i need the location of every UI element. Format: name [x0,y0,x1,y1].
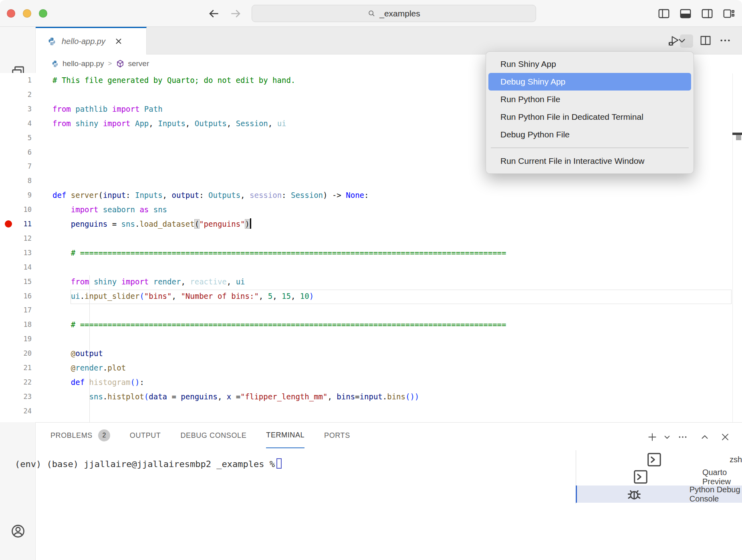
panel-tab-ports[interactable]: PORTS [324,423,350,448]
new-terminal-button[interactable] [647,432,657,442]
line-number[interactable]: 3 [0,102,32,116]
panel-tab-output[interactable]: OUTPUT [130,423,161,448]
search-text: _examples [379,9,420,18]
line-number[interactable]: 19 [0,332,32,346]
forward-arrow-icon[interactable] [229,7,242,20]
terminal-item-label: Python Debug Console [690,485,742,504]
terminal-item-zsh[interactable]: zsh [576,451,742,468]
code-line-20[interactable]: 20 @output [0,346,742,361]
code-line-24[interactable]: 24 [0,404,742,418]
vscode-window: _examples 21 hello-app.py hello-app.py >… [0,0,742,560]
more-actions-icon [677,432,688,442]
search-icon [367,9,376,18]
split-editor-button[interactable] [699,34,712,47]
panel-tab-terminal[interactable]: TERMINAL [266,423,304,448]
close-panel-icon [720,432,730,442]
code-line-8[interactable]: 8 [0,173,742,188]
run-options-dropdown-menu: Run Shiny AppDebug Shiny AppRun Python F… [486,51,694,174]
line-number[interactable]: 24 [0,404,32,418]
line-number[interactable]: 1 [0,73,32,87]
line-number[interactable]: 18 [0,317,32,332]
line-number[interactable]: 14 [0,260,32,274]
account-icon [10,523,26,539]
toggle-bottom-panel-icon[interactable] [679,7,692,20]
menu-item-debug-shiny-app[interactable]: Debug Shiny App [488,73,691,91]
code-line-14[interactable]: 14 [0,260,742,274]
menu-item-run-python-file-in-dedicated-terminal[interactable]: Run Python File in Dedicated Terminal [488,108,691,126]
code-line-15[interactable]: 15 from shiny import render, reactive, u… [0,274,742,289]
more-actions-button[interactable] [719,34,732,47]
new-terminal-icon [647,432,657,442]
run-dropdown-chevron-button[interactable] [675,34,688,47]
line-number[interactable]: 16 [0,289,32,303]
terminal-item-python-debug-console[interactable]: Python Debug Console [576,485,742,503]
breadcrumb-file[interactable]: hello-app.py [63,59,104,68]
code-line-12[interactable]: 12 [0,231,742,246]
line-text: sns.histplot(data = penguins, x ="flippe… [52,389,419,404]
command-center-search[interactable]: _examples [252,5,536,22]
menu-item-run-python-file[interactable]: Run Python File [488,91,691,108]
panel-tab-label: DEBUG CONSOLE [180,431,246,440]
code-line-11[interactable]: 11 penguins = sns.load_dataset("penguins… [0,217,742,231]
panel-tab-debug-console[interactable]: DEBUG CONSOLE [180,423,246,448]
line-number[interactable]: 17 [0,303,32,317]
terminal-item-quarto-preview[interactable]: Quarto Preview [576,468,742,485]
line-number[interactable]: 15 [0,274,32,289]
breadcrumb-symbol[interactable]: server [128,59,149,68]
close-tab-icon[interactable] [114,36,123,46]
terminal-prompt[interactable]: (env) (base) jjallaire@jjallairesmbp2 _e… [15,458,282,469]
line-number[interactable]: 23 [0,389,32,404]
code-line-10[interactable]: 10 import seaborn as sns [0,202,742,217]
close-button[interactable] [7,9,15,18]
bug-icon [584,485,685,503]
code-line-19[interactable]: 19 [0,332,742,346]
line-number[interactable]: 13 [0,246,32,260]
line-text: # This file generated by Quarto; do not … [52,73,295,87]
line-number[interactable]: 11 [0,217,32,231]
line-number[interactable]: 7 [0,159,32,173]
line-number[interactable]: 21 [0,361,32,375]
line-number[interactable]: 2 [0,87,32,102]
code-line-23[interactable]: 23 sns.histplot(data = penguins, x ="fli… [0,389,742,404]
code-line-21[interactable]: 21 @render.plot [0,361,742,375]
line-number[interactable]: 8 [0,173,32,188]
launch-profile-chevron-icon [662,432,672,442]
menu-item-run-shiny-app[interactable]: Run Shiny App [488,55,691,73]
activity-account[interactable] [10,523,26,539]
line-text: def server(input: Inputs, output: Output… [52,188,369,202]
tab-hello-app-py[interactable]: hello-app.py [36,27,147,54]
terminal-item-label: Quarto Preview [702,468,742,486]
launch-profile-chevron-button[interactable] [662,432,672,442]
code-line-22[interactable]: 22 def histogram(): [0,375,742,389]
customize-layout-icon[interactable] [722,7,735,20]
line-number[interactable]: 4 [0,116,32,131]
line-text: @output [52,346,103,361]
panel-tab-problems[interactable]: PROBLEMS2 [50,423,110,448]
menu-item-debug-python-file[interactable]: Debug Python File [488,126,691,143]
menu-item-run-current-file-in-interactive-window[interactable]: Run Current File in Interactive Window [488,152,691,170]
maximize-panel-button[interactable] [700,432,710,442]
line-number[interactable]: 20 [0,346,32,361]
panel-tab-label: PROBLEMS [50,431,93,440]
code-line-16[interactable]: 16 ui.input_slider("bins", "Number of bi… [0,289,742,303]
line-number[interactable]: 22 [0,375,32,389]
editor-scrollbar-thumb[interactable] [736,135,741,140]
code-line-13[interactable]: 13 # ===================================… [0,246,742,260]
code-line-18[interactable]: 18 # ===================================… [0,317,742,332]
line-number[interactable]: 12 [0,231,32,246]
panel-tab-label: PORTS [324,431,350,440]
code-line-9[interactable]: 9def server(input: Inputs, output: Outpu… [0,188,742,202]
line-number[interactable]: 10 [0,202,32,217]
symbol-cube-icon [116,59,125,68]
code-line-17[interactable]: 17 [0,303,742,317]
line-number[interactable]: 5 [0,131,32,145]
toggle-right-panel-icon[interactable] [701,7,714,20]
zoom-button[interactable] [39,9,47,18]
minimize-button[interactable] [23,9,31,18]
close-panel-button[interactable] [720,432,730,442]
line-number[interactable]: 9 [0,188,32,202]
line-number[interactable]: 6 [0,145,32,159]
more-actions-button[interactable] [677,432,688,442]
toggle-left-panel-icon[interactable] [657,7,670,20]
back-arrow-icon[interactable] [208,7,220,20]
